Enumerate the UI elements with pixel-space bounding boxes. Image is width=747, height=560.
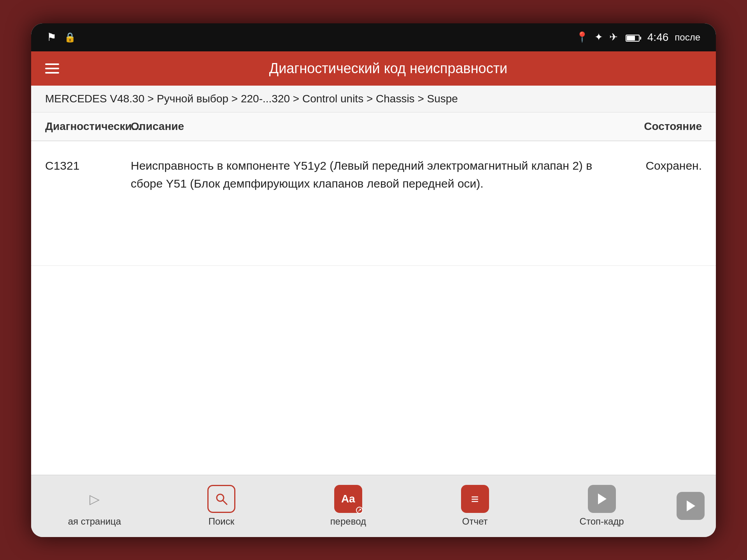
bluetooth-icon: ✦: [594, 31, 603, 43]
col-header-description: Описание: [131, 120, 608, 133]
table-row[interactable]: C1321 Неисправность в компоненте Y51y2 (…: [31, 141, 716, 266]
nav-search-label: Поиск: [209, 516, 235, 527]
content-area: Диагностически... Описание Состояние C13…: [31, 112, 716, 537]
nav-report[interactable]: ≡ Отчет: [412, 479, 538, 533]
tablet-frame: ⚑ 🔒 📍 ✦ ✈ 4:46 после Диагностический: [31, 23, 716, 537]
svg-line-1: [223, 500, 227, 504]
table-header: Диагностически... Описание Состояние: [31, 112, 716, 141]
status-bar: ⚑ 🔒 📍 ✦ ✈ 4:46 после: [31, 23, 716, 51]
col-header-status: Состояние: [608, 120, 702, 133]
nav-prev-label: ая страница: [68, 516, 121, 527]
menu-button[interactable]: [45, 63, 59, 74]
nav-freeze-label: Стоп-кадр: [580, 516, 624, 527]
dtc-description: Неисправность в компоненте Y51y2 (Левый …: [131, 157, 608, 193]
more-icon: [677, 492, 705, 520]
nav-freeze[interactable]: Стоп-кадр: [538, 479, 665, 533]
nav-prev-page[interactable]: ▷ ая страница: [31, 479, 158, 533]
page-title: Диагностический код неисправности: [75, 60, 702, 77]
status-left: ⚑ 🔒: [47, 31, 76, 44]
search-icon: [207, 485, 235, 513]
nav-translate-label: перевод: [330, 516, 366, 527]
time-suffix: после: [675, 32, 700, 43]
breadcrumb: MERCEDES V48.30 > Ручной выбор > 220-...…: [31, 86, 716, 112]
svg-marker-3: [687, 500, 695, 511]
dtc-status: Сохранен.: [608, 157, 702, 172]
report-icon: ≡: [461, 485, 489, 513]
dtc-code: C1321: [45, 157, 131, 172]
bottom-navigation: ▷ ая страница Поиск Aa ↗ пер: [31, 475, 716, 537]
lock-icon: 🔒: [64, 32, 76, 43]
freeze-icon: [588, 485, 616, 513]
nav-prev-icon: ▷: [81, 485, 109, 513]
nav-report-label: Отчет: [462, 516, 488, 527]
nav-translate[interactable]: Aa ↗ перевод: [285, 479, 412, 533]
col-header-code: Диагностически...: [45, 120, 131, 133]
dtc-table: Диагностически... Описание Состояние C13…: [31, 112, 716, 266]
svg-marker-2: [598, 493, 607, 504]
status-right: 📍 ✦ ✈ 4:46 после: [576, 31, 700, 44]
battery-icon: [626, 31, 640, 43]
location-icon: 📍: [576, 31, 588, 43]
clock: 4:46: [647, 31, 669, 44]
signal-icon: ⚑: [47, 31, 56, 44]
nav-search[interactable]: Поиск: [158, 479, 285, 533]
app-header: Диагностический код неисправности: [31, 51, 716, 86]
nav-more[interactable]: [665, 486, 716, 526]
screen: ⚑ 🔒 📍 ✦ ✈ 4:46 после Диагностический: [31, 23, 716, 537]
airplane-icon: ✈: [609, 31, 618, 43]
translate-icon: Aa ↗: [334, 485, 362, 513]
